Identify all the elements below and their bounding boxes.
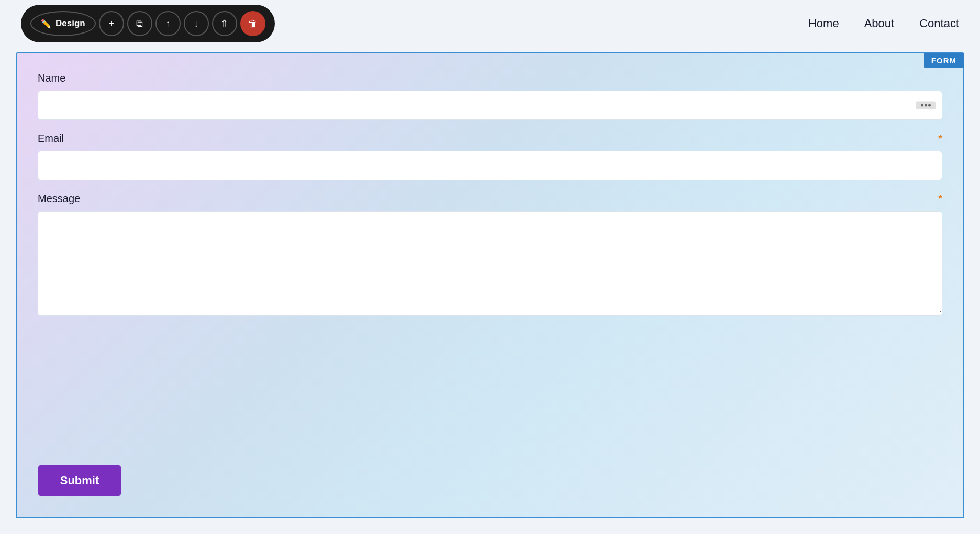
move-up-button[interactable]: ↑ (155, 11, 181, 36)
design-button[interactable]: ✏️ Design (30, 11, 96, 36)
email-label: Email (38, 132, 64, 144)
form-badge: FORM (924, 53, 964, 68)
email-input[interactable] (38, 151, 942, 180)
pencil-icon: ✏️ (41, 19, 51, 29)
nav-links: Home About Contact (808, 17, 959, 30)
name-input-wrapper (38, 91, 942, 120)
message-textarea[interactable] (38, 211, 942, 316)
toolbar: ✏️ Design + ⧉ ↑ ↓ ⇑ 🗑 (21, 5, 275, 42)
copy-icon: ⧉ (136, 18, 143, 29)
email-field-group: Email * (38, 132, 942, 180)
dot-3 (928, 104, 931, 107)
arrow-down-icon: ↓ (194, 18, 198, 29)
message-label-row: Message * (38, 193, 942, 205)
trash-icon: 🗑 (248, 18, 258, 29)
message-field-group: Message * (38, 193, 942, 442)
double-arrow-up-icon: ⇑ (220, 18, 228, 29)
nav-bar: ✏️ Design + ⧉ ↑ ↓ ⇑ 🗑 Home About Contact (0, 0, 980, 47)
arrow-up-icon: ↑ (165, 18, 170, 29)
copy-button[interactable]: ⧉ (127, 11, 152, 36)
name-input[interactable] (38, 91, 942, 120)
name-field-group: Name (38, 72, 942, 120)
dot-1 (921, 104, 923, 107)
nav-link-home[interactable]: Home (808, 17, 839, 30)
dot-2 (925, 104, 927, 107)
add-button[interactable]: + (99, 11, 124, 36)
email-label-row: Email * (38, 132, 942, 144)
move-top-button[interactable]: ⇑ (212, 11, 237, 36)
nav-link-contact[interactable]: Contact (919, 17, 959, 30)
form-container: FORM Name Email * Message * (16, 52, 964, 518)
email-required-star: * (938, 132, 942, 144)
name-label-row: Name (38, 72, 942, 84)
message-label: Message (38, 193, 80, 205)
name-dots-button[interactable] (916, 102, 936, 109)
email-input-wrapper (38, 151, 942, 180)
nav-link-about[interactable]: About (864, 17, 895, 30)
submit-button[interactable]: Submit (38, 465, 121, 496)
design-label: Design (55, 18, 85, 29)
message-required-star: * (938, 193, 942, 205)
move-down-button[interactable]: ↓ (184, 11, 209, 36)
name-label: Name (38, 72, 65, 84)
delete-button[interactable]: 🗑 (240, 11, 265, 36)
plus-icon: + (108, 18, 114, 29)
